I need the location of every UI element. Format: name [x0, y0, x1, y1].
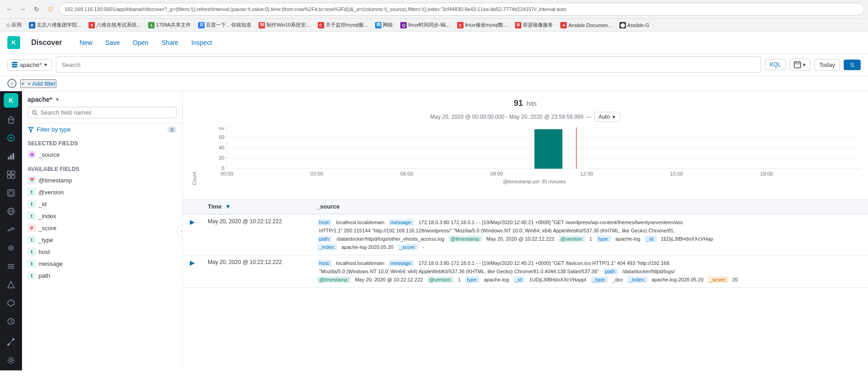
nav-apm[interactable] [3, 240, 19, 256]
new-button[interactable]: New [73, 36, 99, 49]
message-type-icon: t [28, 259, 36, 268]
source2-tag-version-val: 1 [456, 276, 463, 283]
bookmark-2[interactable]: 8 八维在线考试系统... [86, 21, 144, 29]
date-calendar-icon-area: ▼ [790, 59, 811, 71]
chart-date-range-text: May 20, 2020 @ 00:00:00.000 - May 20, 20… [430, 114, 583, 120]
bookmark-7[interactable]: 网 网校 [372, 21, 396, 29]
source-tag-score-val: - [420, 244, 426, 250]
info-button[interactable]: ⓘ [45, 4, 56, 15]
host-type-icon: t [28, 248, 36, 256]
bookmark-apps[interactable]: ◇ 应用 [4, 21, 24, 29]
svg-text:0: 0 [221, 165, 224, 171]
nav-home[interactable] [3, 111, 19, 128]
top-bar-actions: New Save Open Share Inspect [73, 36, 219, 49]
source2-tag-index-val: apache-log-2020.05.20 [650, 276, 705, 283]
field-item-host[interactable]: t host [22, 246, 182, 258]
app-wrapper: K Discover New Save Open Share Inspect a… [0, 32, 868, 370]
address-bar[interactable]: 192.168.116.130:5601/app/kibana#/discove… [59, 3, 864, 16]
field-name-score: _score [39, 225, 56, 231]
visualize-icon [7, 152, 15, 160]
open-button[interactable]: Open [127, 36, 155, 49]
kql-button[interactable]: KQL [765, 59, 786, 70]
field-item-version[interactable]: t @version [22, 186, 182, 198]
nav-settings[interactable] [3, 352, 19, 369]
field-item-path[interactable]: t path [22, 270, 182, 281]
expand-row-2-button[interactable]: ▶ [188, 259, 197, 266]
chart-bar-main [535, 129, 563, 169]
id-type-icon: t [28, 200, 36, 208]
source2-tag-index-key: _index: [627, 276, 647, 283]
svg-rect-10 [8, 157, 10, 160]
svg-text:80: 80 [219, 127, 224, 131]
time-column-header[interactable]: Time ▼ [202, 199, 311, 214]
submit-search-button[interactable]: S [844, 60, 861, 70]
field-item-type[interactable]: t _type [22, 234, 182, 246]
nav-devtools[interactable] [3, 334, 19, 350]
source2-tag-score-key: _score: [708, 276, 728, 283]
filter-type-row[interactable]: Filter by type 0 [22, 123, 182, 136]
bookmark-5[interactable]: 制 制作Win10系统安... [256, 21, 313, 29]
svg-line-31 [36, 114, 37, 115]
field-item-score[interactable]: # _score [22, 222, 182, 234]
source-tag-key: message: [389, 219, 415, 226]
dashboard-icon [7, 171, 15, 179]
bookmark-4[interactable]: 百 百度一下，你就知道 [195, 21, 254, 29]
bookmark-11[interactable]: A Ansible Documen... [558, 21, 614, 29]
field-item-source[interactable]: ⊙ _source [22, 149, 182, 160]
nav-canvas[interactable] [3, 185, 19, 201]
left-panel-header: apache* ▼ [22, 91, 182, 123]
index-selector[interactable]: apache* ▼ [7, 59, 52, 71]
kibana-nav-logo[interactable]: K [4, 93, 18, 108]
bookmark-8[interactable]: Q linux时间同步-蜗... [398, 21, 452, 29]
share-button[interactable]: Share [155, 36, 185, 49]
date-picker[interactable]: Today [814, 59, 840, 71]
apps-icon: ◇ [6, 22, 10, 28]
index-type-icon: t [28, 212, 36, 220]
index-name-row[interactable]: apache* ▼ [28, 96, 177, 103]
browser-toolbar: ← → ↻ ⓘ 192.168.116.130:5601/app/kibana#… [0, 0, 868, 18]
hits-label: hits [527, 100, 537, 107]
inspect-button[interactable]: Inspect [185, 36, 218, 49]
field-item-id[interactable]: t _id [22, 198, 182, 210]
save-button[interactable]: Save [99, 36, 127, 49]
nav-uptime[interactable] [3, 313, 19, 330]
refresh-button[interactable]: ↻ [31, 4, 42, 15]
index-icon [11, 61, 18, 68]
search-field-names-input[interactable] [40, 109, 172, 116]
add-filter-button[interactable]: + + Add filter [20, 79, 56, 88]
nav-discover[interactable] [3, 130, 19, 146]
bookmark-12[interactable]: ⬤ Ansible-G [617, 21, 652, 29]
discover-icon [7, 134, 15, 142]
field-item-message[interactable]: t message [22, 258, 182, 270]
nav-siem[interactable] [3, 295, 19, 311]
forward-button[interactable]: → [17, 4, 28, 15]
svg-point-9 [10, 137, 12, 139]
filter-type-icon [28, 127, 34, 133]
expand-row-1-button[interactable]: ▶ [188, 218, 197, 226]
nav-ml[interactable] [3, 221, 19, 238]
type-type-icon: t [28, 236, 36, 244]
bookmark-10[interactable]: 容 容器镜像服务 [512, 21, 556, 29]
nav-maps[interactable] [3, 203, 19, 220]
back-button[interactable]: ← [4, 4, 15, 15]
source-tag-index-key: _index: [317, 244, 337, 250]
chart-separator: — [586, 114, 592, 120]
source2-tag-score-val: 20 [730, 276, 740, 283]
field-item-timestamp[interactable]: 📅 @timestamp [22, 174, 182, 186]
bookmark-3[interactable]: 1 1709A共享文件 [145, 21, 194, 29]
field-name-type: _type [39, 237, 53, 243]
nav-logs[interactable] [3, 258, 19, 275]
source-tag-type-val: apache-log [614, 236, 642, 242]
source2-tag-id-key: _id: [513, 276, 525, 283]
bookmark-6[interactable]: C 关于监控mysql服... [315, 21, 371, 29]
svg-rect-14 [11, 171, 15, 174]
auto-interval-button[interactable]: Auto ▼ [594, 112, 620, 122]
nav-metrics[interactable] [3, 276, 19, 293]
bookmark-1[interactable]: B 北京八维集团学院... [26, 21, 84, 29]
field-item-index[interactable]: t _index [22, 210, 182, 222]
nav-dashboard[interactable] [3, 166, 19, 183]
bookmark-9[interactable]: C linux修改mysql数... [454, 21, 511, 29]
nav-visualize[interactable] [3, 148, 19, 165]
search-input[interactable] [56, 56, 761, 73]
source-tag-key: path: [317, 236, 332, 242]
